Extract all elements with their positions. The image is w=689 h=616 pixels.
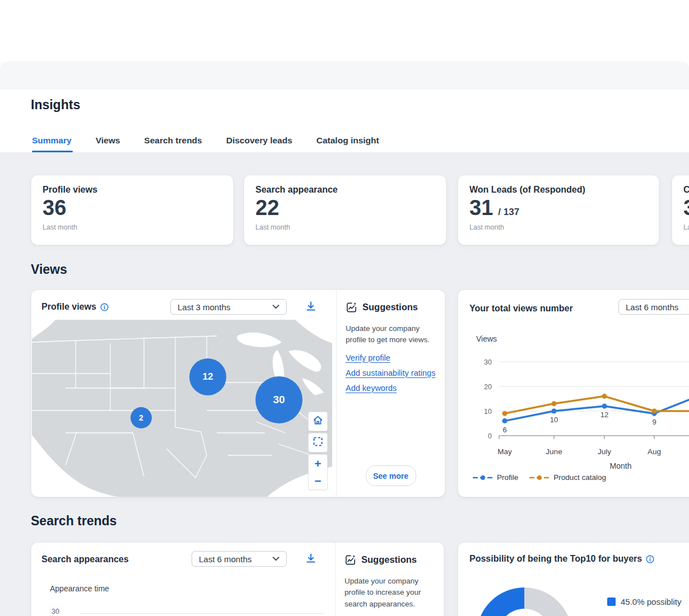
tab-search-trends[interactable]: Search trends: [144, 136, 202, 152]
stat-title: Search appearance: [255, 185, 435, 195]
chart-legend: Profile Product catalog: [473, 473, 606, 482]
views-line-chart: 0102030ViewsMayJuneJulyAugMonth610129: [458, 290, 689, 498]
gridline: [79, 613, 324, 614]
svg-text:0: 0: [488, 432, 492, 440]
app-header: Insights Summary Views Search trends Dis…: [0, 90, 689, 152]
map-home-button[interactable]: [308, 412, 328, 431]
stat-value-secondary: / 137: [498, 207, 519, 217]
stat-caption: Last month: [43, 223, 222, 231]
legend-profile: Profile: [473, 473, 518, 482]
stat-caption: Las: [683, 223, 689, 231]
see-more-button[interactable]: See more: [366, 465, 416, 486]
stat-card-search-appearance: Search appearance 22 Last month: [244, 175, 446, 245]
svg-text:Views: Views: [476, 334, 497, 343]
chevron-down-icon: [272, 305, 280, 309]
suggestions-panel: Suggestions Update your company profile …: [335, 543, 444, 616]
svg-text:10: 10: [550, 416, 558, 424]
map-bubble[interactable]: 2: [131, 407, 152, 428]
donut-legend-swatch: [607, 598, 616, 606]
download-button[interactable]: [304, 300, 318, 314]
map-zoom-in-button[interactable]: +: [309, 455, 327, 472]
search-trends-heading: Search trends: [31, 514, 117, 529]
period-select[interactable]: Last 6 months: [192, 551, 287, 567]
stat-title: Ca: [683, 185, 689, 195]
svg-text:Month: Month: [610, 461, 632, 470]
stat-card-profile-views: Profile views 36 Last month: [31, 175, 234, 245]
us-map[interactable]: 12 30 2 + −: [32, 320, 332, 497]
minus-icon: −: [314, 475, 321, 487]
map-zoom-control: + −: [308, 454, 328, 490]
svg-text:June: June: [546, 447, 562, 456]
download-icon: [305, 558, 317, 566]
tab-summary[interactable]: Summary: [32, 136, 72, 152]
svg-text:July: July: [598, 447, 611, 456]
window-top-bar: [0, 62, 689, 90]
suggestions-body: Update your company profile to increase …: [344, 576, 435, 610]
donut-legend: 45.0% possiblity: [607, 597, 681, 606]
page-title: Insights: [31, 97, 80, 113]
stat-value: 31: [469, 197, 493, 220]
suggestion-link-sustainability[interactable]: Add sustainability ratings: [346, 368, 435, 377]
suggestions-icon: [344, 554, 356, 566]
donut-legend-label: 45.0% possiblity: [621, 597, 681, 606]
download-icon: [305, 306, 317, 314]
stat-caption: Last month: [255, 223, 435, 231]
stat-value: 36: [43, 197, 66, 220]
svg-text:9: 9: [652, 418, 656, 426]
stat-caption: Last month: [469, 223, 648, 231]
tab-bar: Summary Views Search trends Discovery le…: [32, 136, 379, 152]
stat-value: 22: [255, 197, 279, 220]
tab-catalog-insight[interactable]: Catalog insight: [316, 136, 379, 152]
period-select-value: Last 6 months: [199, 554, 252, 564]
search-appearances-card: Search appearances Last 6 months Appeara…: [31, 542, 444, 616]
info-icon[interactable]: [100, 303, 109, 311]
tab-views[interactable]: Views: [96, 136, 120, 152]
map-bubble[interactable]: 12: [189, 358, 226, 395]
map-zoom-out-button[interactable]: −: [309, 472, 327, 489]
stat-title: Profile views: [43, 185, 222, 195]
card-title: Profile views: [41, 302, 96, 312]
total-views-card: Your total views number Last 6 months 01…: [458, 290, 689, 497]
top10-possibility-card: Possibility of being the Top10 for buyer…: [458, 542, 689, 616]
download-button[interactable]: [304, 552, 318, 566]
svg-text:30: 30: [484, 358, 492, 366]
views-section-heading: Views: [31, 262, 67, 277]
svg-text:10: 10: [484, 408, 492, 416]
map-select-area-button[interactable]: [308, 433, 328, 452]
svg-text:20: 20: [484, 383, 492, 391]
appearance-time-label: Appearance time: [50, 584, 109, 593]
home-icon: [312, 414, 324, 428]
svg-text:May: May: [497, 447, 512, 456]
profile-views-card: Profile views Last 3 months: [31, 290, 445, 497]
suggestions-title: Suggestions: [362, 302, 418, 312]
suggestion-link-verify-profile[interactable]: Verify profile: [346, 353, 390, 362]
period-select[interactable]: Last 3 months: [170, 299, 287, 315]
stat-value: 3: [683, 197, 689, 220]
stat-title: Won Leads (of Responded): [469, 185, 648, 195]
stat-card-clipped: Ca 3 Las: [672, 175, 689, 245]
map-bubble[interactable]: 30: [255, 376, 302, 423]
tab-discovery-leads[interactable]: Discovery leads: [226, 136, 292, 152]
y-tick-30: 30: [47, 608, 59, 615]
suggestion-link-keywords[interactable]: Add keywords: [346, 384, 397, 393]
suggestions-panel: Suggestions Update your company profile …: [336, 290, 445, 497]
card-title: Search appearances: [41, 554, 129, 564]
info-icon[interactable]: [646, 555, 654, 563]
svg-text:6: 6: [502, 426, 506, 434]
legend-product-catalog: Product catalog: [529, 473, 606, 482]
svg-text:12: 12: [600, 410, 608, 419]
suggestions-body: Update your company profile to get more …: [346, 323, 436, 346]
plus-icon: +: [314, 458, 321, 469]
card-title: Possibility of being the Top10 for buyer…: [469, 554, 642, 564]
suggestions-icon: [346, 301, 357, 313]
period-select-value: Last 3 months: [178, 302, 230, 312]
svg-text:Aug: Aug: [648, 447, 661, 456]
select-area-icon: [313, 436, 323, 449]
suggestions-title: Suggestions: [361, 554, 417, 565]
chevron-down-icon: [272, 557, 280, 561]
stat-card-won-leads: Won Leads (of Responded) 31 / 137 Last m…: [458, 175, 659, 245]
insights-dashboard: Insights Summary Views Search trends Dis…: [0, 0, 689, 616]
